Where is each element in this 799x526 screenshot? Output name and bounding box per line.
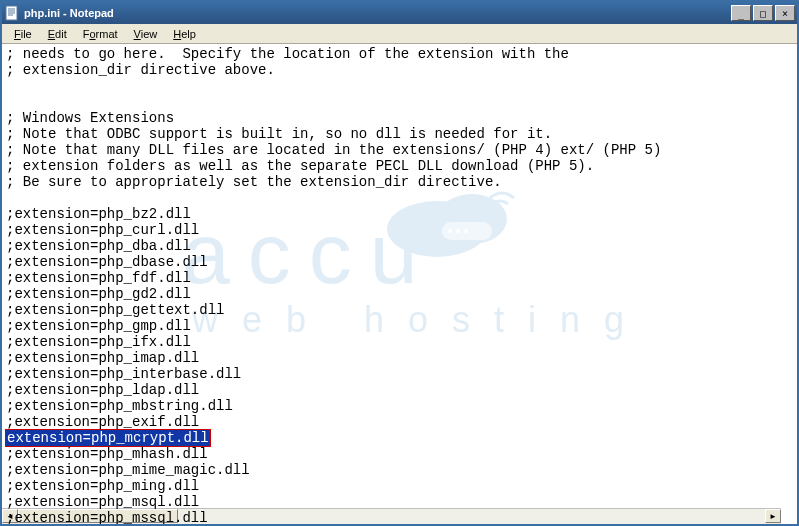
editor-line[interactable]: ;extension=php_fdf.dll (6, 270, 793, 286)
editor-line[interactable]: ; Note that ODBC support is built in, so… (6, 126, 793, 142)
editor-line[interactable]: ;extension=php_dba.dll (6, 238, 793, 254)
editor-line[interactable]: ; extension_dir directive above. (6, 62, 793, 78)
editor-line[interactable]: ;extension=php_msql.dll (6, 494, 793, 510)
editor-line[interactable]: ;extension=php_imap.dll (6, 350, 793, 366)
maximize-button[interactable]: □ (753, 5, 773, 21)
minimize-button[interactable]: _ (731, 5, 751, 21)
menu-format[interactable]: Format (75, 26, 126, 42)
editor-line[interactable]: ;extension=php_dbase.dll (6, 254, 793, 270)
editor-line[interactable] (6, 78, 793, 94)
editor-line[interactable]: ;extension=php_gmp.dll (6, 318, 793, 334)
menubar: File Edit Format View Help (2, 24, 797, 44)
editor-line[interactable]: ;extension=php_exif.dll (6, 414, 793, 430)
titlebar[interactable]: php.ini - Notepad _ □ × (2, 2, 797, 24)
menu-view[interactable]: View (126, 26, 166, 42)
editor-line[interactable]: ;extension=php_gettext.dll (6, 302, 793, 318)
editor-line[interactable]: ;extension=php_ifx.dll (6, 334, 793, 350)
editor-line[interactable]: ; needs to go here. Specify the location… (6, 46, 793, 62)
menu-help[interactable]: Help (165, 26, 204, 42)
editor-line[interactable] (6, 190, 793, 206)
editor-line[interactable]: ; Note that many DLL files are located i… (6, 142, 793, 158)
editor-line[interactable]: ;extension=php_interbase.dll (6, 366, 793, 382)
editor-line[interactable]: ;extension=php_curl.dll (6, 222, 793, 238)
menu-file[interactable]: File (6, 26, 40, 42)
editor-line[interactable]: ; Windows Extensions (6, 110, 793, 126)
editor-line[interactable]: ;extension=php_bz2.dll (6, 206, 793, 222)
editor-line[interactable]: ; extension folders as well as the separ… (6, 158, 793, 174)
editor-line[interactable]: ;extension=php_gd2.dll (6, 286, 793, 302)
notepad-icon (4, 5, 20, 21)
notepad-window: php.ini - Notepad _ □ × File Edit Format… (0, 0, 799, 526)
editor-line[interactable]: ;extension=php_mbstring.dll (6, 398, 793, 414)
selected-text[interactable]: extension=php_mcrypt.dll (6, 430, 210, 446)
editor-line[interactable]: ;extension=php_mime_magic.dll (6, 462, 793, 478)
editor-area[interactable]: accu web hosting ; needs to go here. Spe… (2, 44, 797, 524)
editor-line[interactable]: ;extension=php_mssql.dll (6, 510, 793, 524)
window-controls: _ □ × (731, 5, 795, 21)
editor-line-highlighted[interactable]: extension=php_mcrypt.dll (6, 430, 793, 446)
editor-line[interactable] (6, 94, 793, 110)
editor-line[interactable]: ;extension=php_mhash.dll (6, 446, 793, 462)
close-button[interactable]: × (775, 5, 795, 21)
editor-line[interactable]: ;extension=php_ming.dll (6, 478, 793, 494)
editor-line[interactable]: ; Be sure to appropriately set the exten… (6, 174, 793, 190)
menu-edit[interactable]: Edit (40, 26, 75, 42)
window-title: php.ini - Notepad (24, 7, 731, 19)
editor-line[interactable]: ;extension=php_ldap.dll (6, 382, 793, 398)
text-editor[interactable]: ; needs to go here. Specify the location… (2, 44, 797, 524)
